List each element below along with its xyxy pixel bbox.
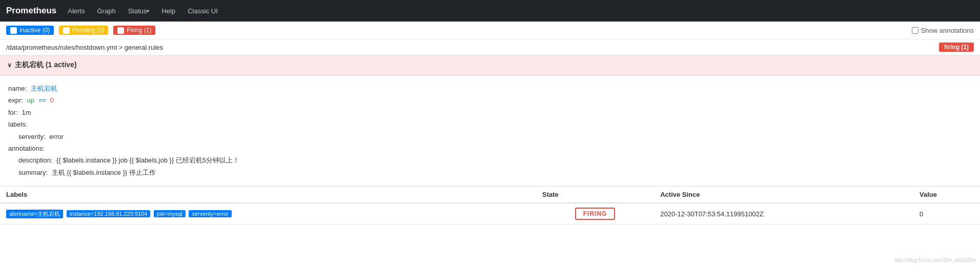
labels-key: labels: [8, 120, 28, 128]
rule-path-firing-badge: firing (1) [939, 43, 974, 52]
for-key: for: [8, 109, 18, 116]
alert-table: Labels State Active Since Value alertnam… [0, 186, 980, 225]
check-firing-icon: ✓ [117, 27, 124, 34]
alert-group-title: 主机宕机 (1 active) [15, 60, 77, 70]
chevron-down-icon: ∨ [7, 62, 12, 69]
col-labels: Labels [0, 187, 536, 203]
description-value: {{ $labels.instance }} job {{ $labels.jo… [56, 156, 239, 164]
nav-graph[interactable]: Graph [92, 5, 120, 17]
brand-logo[interactable]: Prometheus [6, 6, 56, 16]
label-tag-serverity: serverity=error [189, 210, 231, 217]
nav-help[interactable]: Help [156, 5, 180, 17]
summary-value: 主机 {{ $labels.instance }} 停止工作 [52, 169, 156, 176]
expr-right: 0 [50, 96, 53, 104]
col-state: State [536, 187, 654, 203]
summary-key: summary: [18, 169, 48, 176]
check-pending-icon: ✓ [63, 27, 70, 34]
nav-alerts[interactable]: Alerts [63, 5, 90, 17]
check-inactive-icon: ✓ [10, 27, 17, 34]
col-active-since: Active Since [654, 187, 913, 203]
nav-status-dropdown[interactable]: Status [123, 5, 155, 17]
label-tag-instance: instance=192.168.81.220:9104 [67, 210, 150, 217]
chip-pending-label: Pending (0) [72, 27, 104, 34]
cell-value: 0 [913, 203, 980, 225]
show-annotations-toggle[interactable]: Show annotations [912, 27, 974, 34]
chip-pending[interactable]: ✓ Pending (0) [59, 26, 108, 35]
chip-inactive-label: Inactive (0) [19, 27, 50, 34]
annotations-key: annotations: [8, 145, 45, 152]
col-value: Value [913, 187, 980, 203]
expr-left: up [27, 96, 34, 104]
show-annotations-label: Show annotations [921, 27, 974, 34]
severity-value: error [49, 133, 63, 140]
expr-key: expr: [8, 96, 23, 104]
for-value: 1m [22, 109, 31, 116]
rule-detail: name: 主机宕机 expr: up == 0 for: 1m labels:… [0, 75, 980, 186]
table-row: alertname=主机宕机 instance=192.168.81.220:9… [0, 203, 980, 225]
name-key: name: [8, 85, 27, 92]
cell-state: FIRING [536, 203, 654, 225]
show-annotations-checkbox[interactable] [912, 27, 918, 34]
navbar: Prometheus Alerts Graph Status Help Clas… [0, 0, 980, 22]
rule-path-bar: /data/prometheus/rules/hostdown.yml > ge… [0, 39, 980, 55]
name-value: 主机宕机 [31, 85, 57, 92]
cell-active-since: 2020-12-30T07:53:54.119951002Z [654, 203, 913, 225]
chip-firing-label: Firing (1) [127, 27, 151, 34]
label-tag-job: job=mysql [154, 210, 186, 217]
nav-classic-ui[interactable]: Classic UI [182, 5, 223, 17]
severity-key: serverity: [18, 133, 46, 140]
chip-firing[interactable]: ✓ Firing (1) [113, 26, 155, 35]
filter-bar: ✓ Inactive (0) ✓ Pending (0) ✓ Firing (1… [0, 22, 980, 39]
description-key: description: [18, 156, 52, 164]
alert-group-header[interactable]: ∨ 主机宕机 (1 active) [0, 55, 980, 75]
expr-op: == [38, 96, 46, 104]
rule-path-text: /data/prometheus/rules/hostdown.yml > ge… [6, 44, 163, 51]
label-tag-alertname: alertname=主机宕机 [6, 210, 63, 218]
filter-chips: ✓ Inactive (0) ✓ Pending (0) ✓ Firing (1… [6, 26, 155, 35]
state-firing-button[interactable]: FIRING [575, 208, 616, 220]
chip-inactive[interactable]: ✓ Inactive (0) [6, 26, 54, 35]
cell-labels: alertname=主机宕机 instance=192.168.81.220:9… [0, 203, 536, 225]
